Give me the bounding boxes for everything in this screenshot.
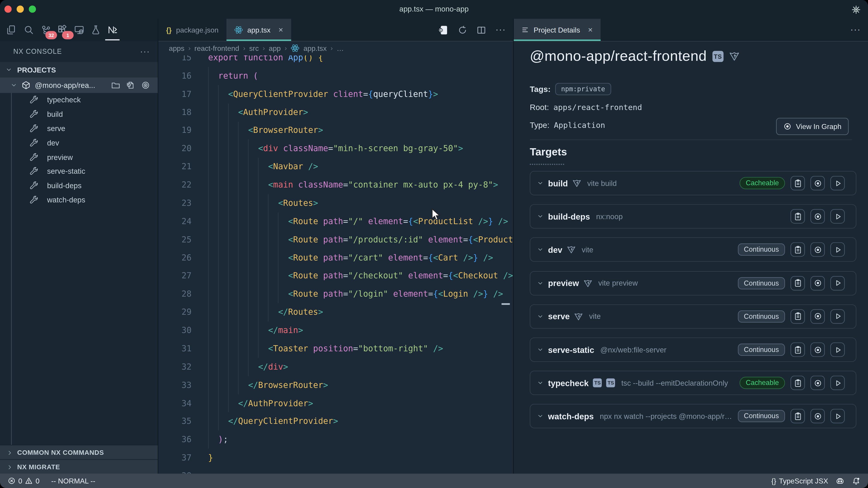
copy-task-button[interactable] (790, 242, 805, 257)
more-actions-icon[interactable]: ··· (495, 28, 506, 32)
target-card-preview[interactable]: previewvite previewContinuous (530, 271, 857, 295)
target-card-dev[interactable]: devviteContinuous (530, 238, 857, 262)
common-nx-commands-section[interactable]: COMMON NX COMMANDS (0, 445, 158, 460)
code-line[interactable]: 33 </BrowserRouter> (158, 376, 513, 394)
code-line[interactable]: 29 </Routes> (158, 303, 513, 322)
generate-file-icon[interactable] (126, 81, 135, 90)
code-line[interactable]: 27 <Route path="/checkout" element={<Che… (158, 267, 513, 285)
view-task-button[interactable] (810, 176, 825, 191)
bell-icon[interactable] (852, 477, 860, 485)
breadcrumb[interactable]: apps›react-frontend›src›app›app.tsx›… (158, 41, 513, 55)
code-line[interactable]: 16 return ( (158, 67, 513, 85)
code-line[interactable]: 37} (158, 449, 513, 467)
code-line[interactable]: 30 </main> (158, 322, 513, 340)
breadcrumb-item[interactable]: src (249, 44, 258, 53)
view-task-button[interactable] (810, 242, 825, 257)
copy-task-button[interactable] (790, 309, 805, 324)
code-line[interactable]: 35 </QueryClientProvider> (158, 412, 513, 431)
code-line[interactable]: 23 <Routes> (158, 194, 513, 213)
copy-task-button[interactable] (790, 176, 805, 191)
copy-task-button[interactable] (790, 276, 805, 290)
code-line[interactable]: 21 <Navbar /> (158, 158, 513, 176)
activity-item-extensions[interactable]: 1 (56, 23, 69, 37)
breadcrumb-item[interactable]: apps (169, 44, 184, 53)
run-task-button[interactable] (830, 209, 845, 224)
sidebar-target-serve-static[interactable]: serve-static (0, 164, 158, 178)
code-line[interactable]: 31 <Toaster position="bottom-right" /> (158, 339, 513, 358)
view-task-button[interactable] (810, 309, 825, 324)
tab-project-details[interactable]: Project Details ✕ (514, 19, 601, 41)
chevron-down-icon[interactable] (537, 346, 544, 353)
copy-task-button[interactable] (790, 209, 805, 224)
reload-icon[interactable] (458, 25, 467, 35)
run-task-button[interactable] (830, 276, 845, 290)
target-card-build-deps[interactable]: build-depsnx:noop (530, 204, 857, 229)
activity-item-remote-explorer[interactable] (72, 23, 86, 37)
sidebar-target-preview[interactable]: preview (0, 150, 158, 164)
chevron-down-icon[interactable] (537, 280, 544, 286)
sidebar-target-dev[interactable]: dev (0, 136, 158, 150)
open-project-config-icon[interactable] (438, 25, 448, 35)
code-line[interactable]: 22 <main className="container mx-auto px… (158, 176, 513, 194)
sidebar-target-watch-deps[interactable]: watch-deps (0, 193, 158, 207)
sidebar-target-build-deps[interactable]: build-deps (0, 178, 158, 193)
project-tree-item[interactable]: @mono-app/rea... (0, 77, 158, 93)
target-card-build[interactable]: buildvite buildCacheable (530, 171, 857, 195)
activity-item-testing[interactable] (89, 23, 102, 37)
copilot-icon[interactable] (836, 477, 844, 485)
chevron-down-icon[interactable] (537, 247, 544, 253)
copy-task-button[interactable] (790, 409, 805, 424)
activity-item-source-control[interactable]: 32 (39, 23, 53, 37)
view-task-button[interactable] (810, 209, 825, 224)
close-tab-icon[interactable]: ✕ (588, 26, 593, 33)
chevron-down-icon[interactable] (537, 413, 544, 420)
tab-app-tsx[interactable]: app.tsx ✕ (226, 19, 291, 41)
activity-item-nx-console[interactable] (106, 23, 119, 37)
target-card-typecheck[interactable]: typecheckTSTStsc --build --emitDeclarati… (530, 371, 857, 395)
breadcrumb-item[interactable]: app (269, 44, 281, 53)
chevron-down-icon[interactable] (537, 313, 544, 320)
chevron-down-icon[interactable] (537, 213, 544, 220)
view-in-graph-button[interactable]: View In Graph (776, 118, 848, 135)
copy-task-button[interactable] (790, 376, 805, 390)
nx-migrate-section[interactable]: NX MIGRATE (0, 459, 158, 474)
code-area[interactable]: 15export function App() {16 return (17 <… (158, 55, 513, 474)
sidebar-target-serve[interactable]: serve (0, 122, 158, 136)
code-line[interactable]: 36 ); (158, 431, 513, 449)
run-task-button[interactable] (830, 409, 845, 424)
tab-package-json[interactable]: {} package.json (158, 19, 226, 41)
projects-section-header[interactable]: PROJECTS (0, 62, 158, 77)
view-task-button[interactable] (810, 343, 825, 357)
code-line[interactable]: 38 (158, 467, 513, 474)
run-task-button[interactable] (830, 176, 845, 191)
split-editor-icon[interactable] (477, 25, 486, 35)
run-task-button[interactable] (830, 309, 845, 324)
copy-task-button[interactable] (790, 343, 805, 357)
close-tab-icon[interactable]: ✕ (278, 26, 283, 33)
code-line[interactable]: 32 </div> (158, 358, 513, 376)
target-card-serve-static[interactable]: serve-static@nx/web:file-serverContinuou… (530, 337, 857, 362)
settings-gear-icon[interactable] (851, 5, 861, 14)
folder-icon[interactable] (111, 81, 120, 90)
run-task-button[interactable] (830, 376, 845, 390)
code-line[interactable]: 26 <Route path="/cart" element={<Cart />… (158, 249, 513, 267)
focus-target-icon[interactable] (141, 81, 150, 90)
breadcrumb-item[interactable]: … (337, 44, 344, 53)
view-task-button[interactable] (810, 276, 825, 290)
activity-item-explorer[interactable] (4, 23, 18, 37)
chevron-down-icon[interactable] (537, 380, 544, 386)
code-line[interactable]: 34 </AuthProvider> (158, 394, 513, 413)
code-line[interactable]: 17 <QueryClientProvider client={queryCli… (158, 85, 513, 103)
language-mode[interactable]: {} TypeScript JSX (772, 477, 828, 485)
run-task-button[interactable] (830, 343, 845, 357)
code-line[interactable]: 20 <div className="min-h-screen bg-gray-… (158, 140, 513, 158)
breadcrumb-item[interactable]: react-frontend (194, 44, 239, 53)
target-card-watch-deps[interactable]: watch-depsnpx nx watch --projects @mono-… (530, 404, 857, 429)
problems-indicator[interactable]: 0 0 (8, 477, 39, 485)
sidebar-target-typecheck[interactable]: typecheck (0, 93, 158, 107)
panel-more-actions-icon[interactable]: ··· (850, 28, 861, 32)
code-line[interactable]: 28 <Route path="/login" element={<Login … (158, 285, 513, 303)
sidebar-more-actions-icon[interactable]: ··· (140, 49, 150, 54)
sidebar-target-build[interactable]: build (0, 107, 158, 122)
chevron-down-icon[interactable] (537, 180, 544, 186)
